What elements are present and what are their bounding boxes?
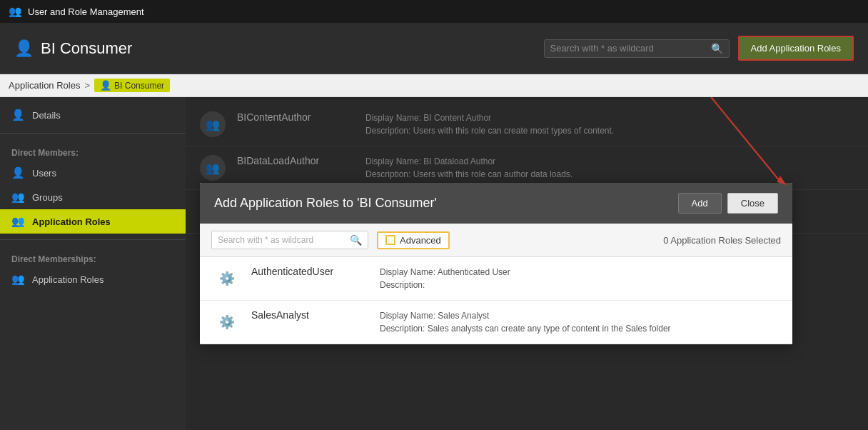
global-search-input[interactable] (550, 43, 711, 54)
dialog-actions: Add Close (678, 193, 778, 214)
dialog-role-item[interactable]: ⚙️ AuthenticatedUser Display Name: Authe… (200, 257, 792, 301)
main-layout: 👤 Details Direct Members: 👤 Users 👥 Grou… (0, 97, 868, 430)
dialog-role-description: Description: (380, 279, 510, 291)
dialog-search-input[interactable] (218, 235, 350, 245)
dialog-role-info: Display Name: Authenticated User Descrip… (380, 266, 510, 291)
users-icon: 👤 (11, 166, 25, 179)
dialog-role-icon: ⚙️ (214, 309, 240, 335)
sidebar-item-groups[interactable]: 👥 Groups (0, 185, 186, 209)
groups-icon: 👥 (11, 191, 25, 204)
dialog-role-display-name: Display Name: Authenticated User (380, 266, 510, 279)
details-icon: 👤 (11, 109, 25, 121)
sidebar: 👤 Details Direct Members: 👤 Users 👥 Grou… (0, 97, 186, 430)
header-title: BI Consumer (41, 39, 132, 58)
dialog-search-input-wrapper[interactable]: 🔍 (211, 231, 368, 249)
header-user-icon: 👤 (14, 39, 34, 58)
dialog-role-info: Display Name: Sales Analyst Description:… (380, 309, 671, 335)
sidebar-section-direct-memberships: Direct Memberships: (0, 246, 186, 267)
top-bar-title: User and Role Management (28, 6, 144, 17)
sidebar-item-users-label: Users (32, 168, 56, 179)
advanced-button[interactable]: Advanced (377, 231, 450, 249)
sidebar-section-direct-members: Direct Members: (0, 139, 186, 161)
breadcrumb-current-label: BI Consumer (114, 81, 164, 91)
dialog-close-button[interactable]: Close (727, 193, 778, 214)
dialog-role-display-name: Display Name: Sales Analyst (380, 309, 671, 322)
dialog-overlay: Add Application Roles to 'BI Consumer' A… (186, 97, 868, 430)
sidebar-divider-1 (0, 133, 186, 134)
add-application-roles-button[interactable]: Add Application Roles (738, 36, 854, 61)
dialog-role-list: ⚙️ AuthenticatedUser Display Name: Authe… (200, 257, 792, 344)
dialog-role-icon: ⚙️ (214, 266, 240, 291)
main-header: 👤 BI Consumer 🔍 Add Application Roles (0, 23, 868, 74)
dialog-search-icon: 🔍 (350, 234, 362, 246)
sidebar-item-app-roles-label: Application Roles (32, 216, 111, 227)
sidebar-item-details-label: Details (32, 110, 61, 121)
dialog-header: Add Application Roles to 'BI Consumer' A… (200, 183, 792, 224)
breadcrumb-current-icon: 👤 (100, 80, 111, 91)
top-bar-icon: 👥 (9, 5, 22, 18)
app-roles-icon: 👥 (11, 215, 25, 228)
sidebar-item-app-roles-2-label: Application Roles (32, 274, 104, 285)
roles-selected-count: 0 Application Roles Selected (663, 235, 781, 246)
dialog-add-button[interactable]: Add (678, 193, 722, 214)
advanced-label: Advanced (400, 235, 441, 246)
sidebar-divider-2 (0, 239, 186, 240)
breadcrumb: Application Roles > 👤 BI Consumer (0, 74, 868, 97)
sidebar-item-users[interactable]: 👤 Users (0, 161, 186, 185)
breadcrumb-current: 👤 BI Consumer (94, 79, 170, 92)
dialog-title: Add Application Roles to 'BI Consumer' (214, 196, 437, 211)
header-title-container: 👤 BI Consumer (14, 39, 544, 58)
advanced-checkbox (385, 235, 395, 245)
breadcrumb-separator: > (84, 80, 90, 91)
add-roles-dialog: Add Application Roles to 'BI Consumer' A… (200, 183, 792, 344)
breadcrumb-link[interactable]: Application Roles (9, 80, 80, 91)
global-search-bar[interactable]: 🔍 (544, 39, 730, 58)
sidebar-item-application-roles[interactable]: 👥 Application Roles (0, 209, 186, 234)
app-roles-2-icon: 👥 (11, 273, 25, 286)
dialog-role-name: AuthenticatedUser (251, 266, 365, 277)
sidebar-item-application-roles-2[interactable]: 👥 Application Roles (0, 267, 186, 291)
dialog-role-name: SalesAnalyst (251, 309, 365, 321)
dialog-role-description: Description: Sales analysts can create a… (380, 322, 671, 335)
main-content: 👥 BIContentAuthor Display Name: BI Conte… (186, 97, 868, 430)
sidebar-item-groups-label: Groups (32, 192, 63, 203)
sidebar-item-details[interactable]: 👤 Details (0, 103, 186, 127)
top-bar: 👥 User and Role Management (0, 0, 868, 23)
dialog-role-item[interactable]: ⚙️ SalesAnalyst Display Name: Sales Anal… (200, 301, 792, 344)
global-search-icon: 🔍 (711, 43, 723, 54)
dialog-search-bar: 🔍 Advanced 0 Application Roles Selected (200, 224, 792, 257)
